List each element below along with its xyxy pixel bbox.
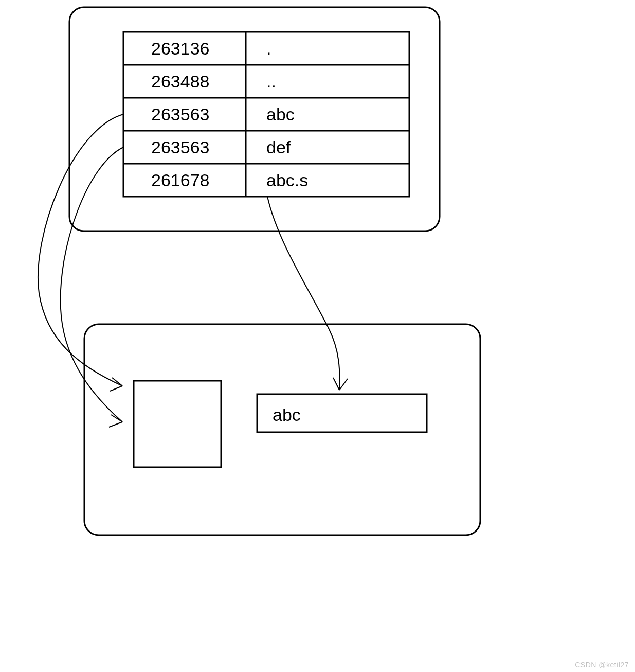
name-cell-2: abc bbox=[266, 104, 295, 124]
name-cell-0: . bbox=[266, 39, 271, 58]
abc-box: abc bbox=[257, 394, 427, 432]
directory-table: 263136 . 263488 .. 263563 abc 263563 def… bbox=[123, 32, 409, 197]
inode-cell-1: 263488 bbox=[151, 72, 209, 91]
arrow-abcs-to-abc bbox=[267, 197, 348, 390]
abc-box-label: abc bbox=[273, 405, 301, 425]
inode-cell-4: 261678 bbox=[151, 170, 209, 190]
bottom-panel bbox=[84, 324, 480, 535]
inode-box bbox=[134, 381, 221, 467]
inode-cell-0: 263136 bbox=[151, 39, 209, 58]
watermark: CSDN @ketil27 bbox=[575, 661, 629, 669]
inode-cell-2: 263563 bbox=[151, 104, 209, 124]
name-cell-4: abc.s bbox=[266, 170, 308, 190]
name-cell-1: .. bbox=[266, 72, 276, 91]
name-cell-3: def bbox=[266, 137, 291, 157]
inode-cell-3: 263563 bbox=[151, 137, 209, 157]
top-panel bbox=[69, 7, 440, 231]
